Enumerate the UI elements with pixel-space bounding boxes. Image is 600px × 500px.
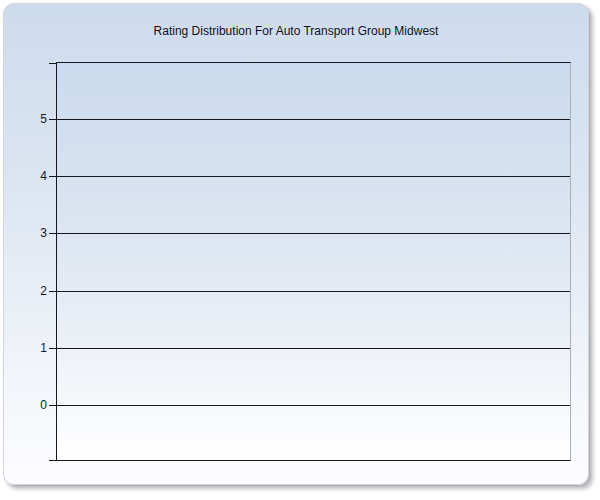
y-axis-label-1: 1 xyxy=(25,342,47,354)
plot-area: 5 4 3 2 1 0 xyxy=(56,62,571,461)
gridline-4 xyxy=(57,176,570,177)
y-axis-tick-top xyxy=(49,63,57,64)
y-axis-tick-0 xyxy=(49,405,57,406)
gridline-5 xyxy=(57,119,570,120)
chart-title: Rating Distribution For Auto Transport G… xyxy=(4,24,588,38)
y-axis-tick-5 xyxy=(49,119,57,120)
y-axis-label-2: 2 xyxy=(25,285,47,297)
y-axis-label-4: 4 xyxy=(25,170,47,182)
gridline-3 xyxy=(57,233,570,234)
chart-card: Rating Distribution For Auto Transport G… xyxy=(3,3,589,485)
gridline-0 xyxy=(57,405,570,406)
y-axis-tick-3 xyxy=(49,233,57,234)
y-axis-tick-1 xyxy=(49,348,57,349)
y-axis-label-3: 3 xyxy=(25,227,47,239)
gridline-1 xyxy=(57,348,570,349)
gridline-2 xyxy=(57,291,570,292)
y-axis-tick-bottom xyxy=(49,460,57,461)
y-axis-tick-2 xyxy=(49,291,57,292)
y-axis-label-0: 0 xyxy=(25,399,47,411)
page: Rating Distribution For Auto Transport G… xyxy=(0,0,600,500)
y-axis-tick-4 xyxy=(49,176,57,177)
y-axis-label-5: 5 xyxy=(25,113,47,125)
